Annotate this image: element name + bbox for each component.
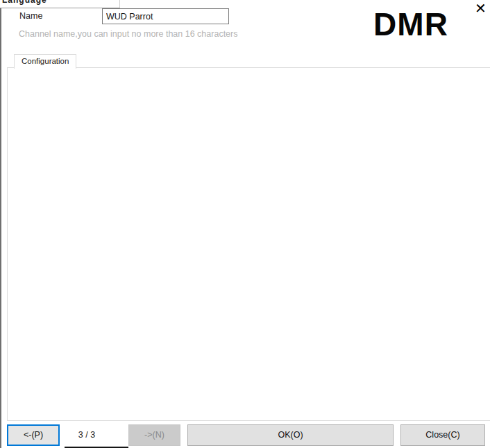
name-label: Name xyxy=(19,11,42,21)
close-icon[interactable]: ✕ xyxy=(475,0,487,17)
name-hint-text: Channel name,you can input no more than … xyxy=(19,29,237,39)
channel-name-input[interactable] xyxy=(102,8,229,24)
tab-configuration[interactable]: Configuration xyxy=(14,54,76,69)
background-window-tab: Language xyxy=(0,0,120,8)
next-channel-button: ->(N) xyxy=(128,424,180,446)
previous-channel-button[interactable]: <-(P) xyxy=(7,424,60,446)
background-window-tab-label: Language xyxy=(2,0,47,5)
page-indicator: 3 / 3 xyxy=(66,430,108,440)
ok-button[interactable]: OK(O) xyxy=(187,424,394,446)
tab-page-border xyxy=(7,67,490,421)
channel-edit-dialog: Language Name Channel name,you can input… xyxy=(0,0,490,448)
close-button[interactable]: Close(C) xyxy=(400,424,485,446)
dmr-logo: DMR xyxy=(371,6,451,43)
background-window-edge xyxy=(0,8,1,448)
